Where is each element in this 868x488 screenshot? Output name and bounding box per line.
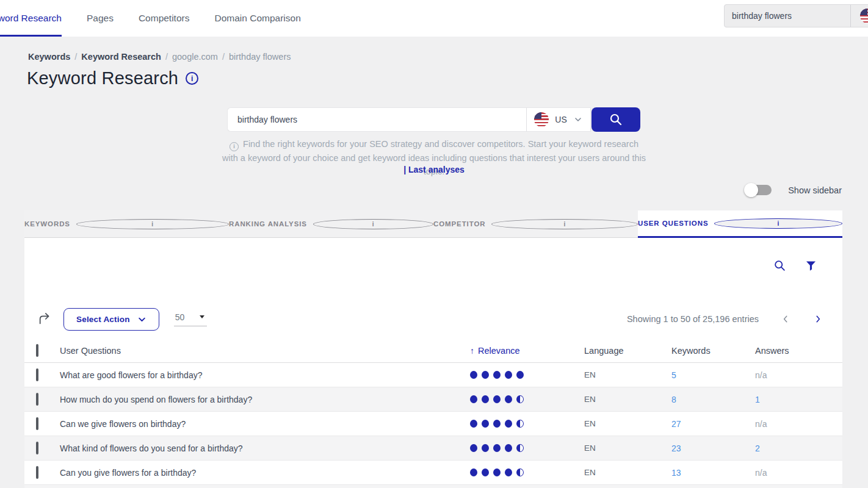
column-header-label: Relevance (478, 346, 520, 356)
relevance-dot (482, 395, 489, 403)
topbar-search-box (724, 4, 868, 27)
page-title-row: Keyword Research (27, 68, 198, 88)
keywords-count-link[interactable]: 8 (671, 395, 676, 404)
page-title: Keyword Research (27, 68, 178, 88)
tab-label: KEYWORDS (24, 220, 70, 228)
column-header-language[interactable]: Language (584, 346, 671, 356)
relevance-dot (493, 444, 501, 452)
tab-user-questions[interactable]: USER QUESTIONS (638, 210, 842, 238)
sort-ascending-icon: ↑ (470, 346, 474, 356)
language-value: EN (584, 443, 671, 453)
relevance-indicator (470, 371, 584, 379)
keywords-count-link[interactable]: 23 (671, 443, 681, 453)
row-checkbox[interactable] (36, 466, 38, 479)
country-code-label: US (555, 115, 566, 124)
table-row: What are good flowers for a birthday? EN… (24, 363, 842, 387)
search-button[interactable] (591, 107, 640, 132)
relevance-dot (493, 371, 501, 379)
breadcrumb-separator: / (165, 52, 168, 62)
tab-ranking-analysis[interactable]: RANKING ANALYSIS (229, 210, 433, 238)
breadcrumb-keywords[interactable]: Keywords (28, 52, 70, 62)
column-header-answers[interactable]: Answers (755, 346, 842, 356)
keyword-search-bar: US (227, 107, 640, 132)
user-question-text: What kind of flowers do you send for a b… (60, 443, 470, 453)
answers-value: n/a (755, 370, 767, 380)
answers-value[interactable]: 2 (755, 443, 760, 453)
last-analyses-link[interactable]: | Last analyses (221, 165, 647, 174)
us-flag-icon[interactable] (860, 9, 868, 23)
tab-label: RANKING ANALYSIS (229, 220, 307, 228)
select-action-button[interactable]: Select Action (63, 308, 159, 331)
us-flag-icon (534, 112, 549, 127)
breadcrumb-separator: / (74, 52, 77, 62)
table-row: How much do you spend on flowers for a b… (24, 387, 842, 412)
nav-item-domain-comparison[interactable]: Domain Comparison (214, 0, 300, 37)
nav-item-competitors[interactable]: Competitors (139, 0, 190, 37)
keyword-search-input[interactable] (227, 107, 526, 132)
table-search-icon[interactable] (773, 259, 786, 272)
action-row: Select Action 50 Showing 1 to 50 of 25,1… (38, 307, 822, 331)
breadcrumb-separator: / (222, 52, 225, 62)
relevance-dot (505, 420, 512, 428)
relevance-dot (482, 444, 489, 452)
column-header-relevance[interactable]: ↑Relevance (470, 346, 584, 356)
table-row: Can you give flowers for a birthday? EN … (24, 461, 842, 485)
toggle-knob (744, 183, 758, 197)
breadcrumb-keyword: birthday flowers (229, 52, 291, 62)
relevance-dot (505, 444, 512, 452)
tab-info-icon[interactable] (313, 219, 433, 229)
keywords-count-link[interactable]: 13 (671, 468, 681, 478)
next-page-icon[interactable] (814, 314, 822, 324)
table-row: What kind of flowers do you send for a b… (24, 436, 842, 461)
language-value: EN (584, 468, 671, 477)
column-header-user-questions[interactable]: User Questions (60, 346, 470, 356)
relevance-dot (493, 468, 501, 476)
keywords-count-link[interactable]: 27 (671, 419, 681, 429)
row-checkbox[interactable] (36, 368, 38, 381)
row-checkbox[interactable] (36, 417, 38, 430)
select-all-checkbox[interactable] (36, 344, 38, 357)
relevance-dot (505, 371, 512, 379)
tab-info-icon[interactable] (714, 218, 842, 229)
tab-info-icon[interactable] (491, 219, 638, 229)
filter-icon[interactable] (805, 260, 817, 271)
keywords-count-link[interactable]: 5 (671, 370, 676, 380)
previous-page-icon[interactable] (781, 314, 790, 324)
relevance-dot (470, 395, 477, 403)
tab-bar: KEYWORDS RANKING ANALYSIS COMPETITOR USE… (24, 210, 842, 238)
answers-value[interactable]: 1 (755, 395, 760, 404)
page-size-select[interactable]: 50 (174, 312, 207, 326)
breadcrumb-keyword-research[interactable]: Keyword Research (81, 52, 161, 62)
language-value: EN (584, 370, 671, 379)
tab-keywords[interactable]: KEYWORDS (24, 210, 229, 238)
topbar-search-input[interactable] (725, 5, 850, 27)
row-checkbox[interactable] (36, 393, 38, 406)
top-navigation-bar: Keyword Research Pages Competitors Domai… (0, 0, 868, 37)
relevance-dot (470, 420, 477, 428)
relevance-dot (516, 444, 524, 452)
title-info-icon[interactable] (186, 72, 198, 85)
tab-info-icon[interactable] (76, 219, 229, 229)
column-header-keywords[interactable]: Keywords (671, 346, 755, 356)
chevron-down-icon (573, 115, 583, 124)
nav-item-keyword-research[interactable]: Keyword Research (0, 0, 62, 37)
chevron-down-icon (137, 315, 146, 324)
user-question-text: What are good flowers for a birthday? (60, 370, 470, 380)
breadcrumb-domain[interactable]: google.com (172, 52, 218, 62)
relevance-dot (516, 420, 524, 428)
export-icon[interactable] (38, 312, 51, 326)
table-row-partial (24, 485, 842, 488)
answers-value: n/a (755, 468, 767, 478)
table-row: Can we give flowers on birthday? EN 27 n… (24, 412, 842, 436)
info-icon (230, 142, 239, 151)
tab-competitor[interactable]: COMPETITOR (433, 210, 638, 238)
top-nav: Keyword Research Pages Competitors Domai… (0, 0, 301, 37)
row-checkbox[interactable] (36, 442, 38, 454)
country-selector[interactable]: US (526, 107, 591, 132)
show-sidebar-toggle[interactable] (746, 185, 772, 195)
relevance-indicator (470, 468, 584, 476)
relevance-dot (470, 444, 477, 452)
relevance-dot (516, 468, 524, 476)
table-header-row: User Questions ↑Relevance Language Keywo… (24, 339, 842, 363)
nav-item-pages[interactable]: Pages (87, 0, 114, 37)
